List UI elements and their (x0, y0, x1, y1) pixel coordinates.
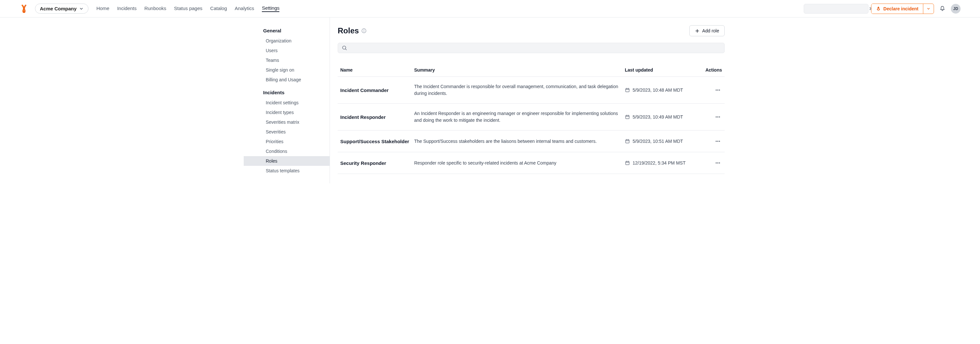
app-logo[interactable] (19, 4, 29, 13)
notifications-button[interactable] (937, 3, 948, 14)
dots-horizontal-icon (715, 114, 721, 120)
sidebar-item-roles[interactable]: Roles (244, 156, 329, 166)
fire-icon (876, 6, 881, 11)
calendar-icon (625, 114, 630, 119)
row-actions-button[interactable] (714, 86, 722, 94)
sidebar-item-organization[interactable]: Organization (244, 36, 329, 46)
nav-link-status-pages[interactable]: Status pages (174, 5, 202, 12)
role-summary: The Support/Success stakeholders are the… (414, 138, 625, 145)
plus-icon (695, 29, 700, 33)
role-updated-text: 5/9/2023, 10:51 AM MDT (633, 139, 683, 144)
calendar-icon (625, 139, 630, 144)
role-updated-text: 5/9/2023, 10:49 AM MDT (633, 114, 683, 119)
nav-link-incidents[interactable]: Incidents (117, 5, 137, 12)
sidebar-section-incidents: Incidents (244, 87, 329, 98)
table-header: Name Summary Last updated Actions (338, 63, 725, 77)
role-actions (699, 137, 722, 146)
declare-incident-group: Declare incident (871, 3, 934, 14)
role-name: Security Responder (340, 160, 414, 166)
add-role-label: Add role (702, 28, 719, 33)
svg-point-3 (364, 30, 364, 30)
column-name: Name (340, 67, 414, 73)
avatar-initials: JD (953, 6, 958, 11)
calendar-icon (625, 160, 630, 165)
sidebar-item-severities-matrix[interactable]: Severities matrix (244, 117, 329, 127)
svg-point-27 (716, 141, 716, 141)
sidebar-item-single-sign-on[interactable]: Single sign on (244, 65, 329, 75)
sidebar-item-priorities[interactable]: Priorities (244, 137, 329, 146)
table-row: Incident ResponderAn Incident Responder … (338, 104, 725, 130)
calendar-icon (625, 87, 630, 93)
role-name: Support/Success Stakeholder (340, 139, 414, 144)
svg-point-36 (719, 162, 720, 163)
row-actions-button[interactable] (714, 137, 722, 146)
role-name: Incident Commander (340, 87, 414, 93)
role-updated: 5/9/2023, 10:49 AM MDT (625, 114, 699, 119)
row-actions-button[interactable] (714, 159, 722, 167)
svg-point-15 (719, 89, 720, 90)
role-updated: 5/9/2023, 10:51 AM MDT (625, 139, 699, 144)
chevron-down-icon (926, 7, 931, 11)
sidebar-item-incident-settings[interactable]: Incident settings (244, 98, 329, 108)
sidebar-item-conditions[interactable]: Conditions (244, 146, 329, 156)
page-title: Roles (338, 26, 359, 35)
dots-horizontal-icon (715, 138, 721, 144)
company-selector[interactable]: Acme Company (35, 3, 89, 14)
declare-incident-dropdown[interactable] (923, 4, 934, 14)
roles-filter-input[interactable] (350, 45, 721, 51)
search-icon (342, 45, 347, 51)
sidebar-item-severities[interactable]: Severities (244, 127, 329, 137)
svg-point-22 (719, 116, 720, 117)
svg-point-28 (717, 141, 718, 141)
roles-filter[interactable] (338, 43, 725, 53)
table-row: Incident CommanderThe Incident Commander… (338, 77, 725, 104)
svg-rect-9 (626, 89, 629, 92)
nav-link-home[interactable]: Home (96, 5, 109, 12)
nav-link-catalog[interactable]: Catalog (210, 5, 227, 12)
nav-link-analytics[interactable]: Analytics (235, 5, 254, 12)
svg-rect-30 (626, 162, 629, 165)
add-role-button[interactable]: Add role (689, 25, 725, 36)
global-search[interactable]: ⌘ + K (804, 4, 869, 14)
role-summary: An Incident Responder is an engineering … (414, 110, 625, 124)
global-search-input[interactable] (810, 6, 867, 11)
dots-horizontal-icon (715, 160, 721, 166)
company-name: Acme Company (40, 6, 76, 11)
role-summary: The Incident Commander is responsible fo… (414, 83, 625, 97)
sidebar-item-incident-types[interactable]: Incident types (244, 108, 329, 117)
svg-point-21 (717, 116, 718, 117)
role-updated: 12/19/2022, 5:34 PM MST (625, 160, 699, 165)
role-summary: Responder role specific to security-rela… (414, 160, 625, 166)
svg-point-29 (719, 141, 720, 141)
nav-link-runbooks[interactable]: Runbooks (144, 5, 166, 12)
declare-incident-button[interactable]: Declare incident (872, 4, 923, 14)
role-actions (699, 113, 722, 121)
main-content: Roles Add role (330, 17, 744, 183)
sidebar-section-general: General (244, 25, 329, 36)
top-nav: HomeIncidentsRunbooksStatus pagesCatalog… (96, 5, 279, 12)
nav-link-settings[interactable]: Settings (262, 5, 279, 12)
sidebar-item-billing-and-usage[interactable]: Billing and Usage (244, 75, 329, 84)
bell-icon (939, 5, 946, 12)
table-row: Support/Success StakeholderThe Support/S… (338, 130, 725, 152)
role-name: Incident Responder (340, 114, 414, 120)
row-actions-button[interactable] (714, 113, 722, 121)
chevron-down-icon (79, 6, 84, 11)
svg-point-14 (717, 89, 718, 90)
table-row: Security ResponderResponder role specifi… (338, 152, 725, 174)
svg-rect-23 (626, 140, 629, 143)
column-summary: Summary (414, 67, 625, 73)
sidebar-item-status-templates[interactable]: Status templates (244, 166, 329, 176)
role-updated: 5/9/2023, 10:48 AM MDT (625, 87, 699, 93)
info-icon[interactable] (361, 28, 366, 33)
column-updated: Last updated (625, 67, 699, 73)
settings-sidebar: GeneralOrganizationUsersTeamsSingle sign… (236, 17, 330, 183)
role-updated-text: 12/19/2022, 5:34 PM MST (633, 160, 686, 165)
sidebar-item-users[interactable]: Users (244, 46, 329, 55)
user-avatar[interactable]: JD (951, 4, 961, 14)
role-updated-text: 5/9/2023, 10:48 AM MDT (633, 87, 683, 93)
svg-rect-16 (626, 116, 629, 119)
svg-point-20 (716, 116, 716, 117)
role-actions (699, 159, 722, 167)
sidebar-item-teams[interactable]: Teams (244, 55, 329, 65)
